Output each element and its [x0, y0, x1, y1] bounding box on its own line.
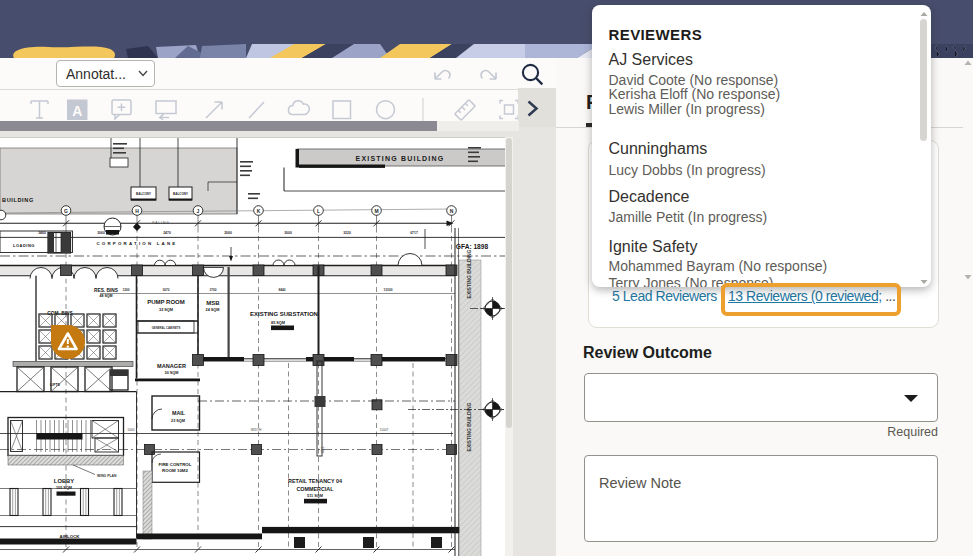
svg-text:BALCONY: BALCONY [173, 192, 188, 196]
svg-text:K: K [257, 208, 261, 214]
svg-text:GFA: 1898: GFA: 1898 [456, 243, 489, 250]
svg-text:J: J [197, 208, 200, 214]
svg-text:COMMERCIAL: COMMERCIAL [296, 486, 334, 492]
svg-text:105 SQM: 105 SQM [56, 486, 72, 490]
svg-text:EXISTING BUILDING: EXISTING BUILDING [466, 249, 472, 298]
svg-text:AIRLOCK: AIRLOCK [59, 534, 80, 539]
svg-text:MSB: MSB [206, 300, 220, 306]
svg-text:11007: 11007 [380, 428, 389, 432]
svg-text:4505: 4505 [321, 446, 325, 453]
svg-text:3670: 3670 [162, 288, 169, 292]
svg-text:RES. BINS: RES. BINS [94, 288, 119, 293]
svg-text:LOADING: LOADING [13, 243, 35, 248]
svg-text:MAIL: MAIL [172, 410, 186, 416]
svg-text:CORPORATION LANE: CORPORATION LANE [97, 241, 178, 246]
svg-text:3000: 3000 [284, 231, 292, 235]
svg-text:5000: 5000 [127, 428, 134, 432]
svg-text:LIFTS: LIFTS [50, 383, 61, 387]
svg-text:MANAGER: MANAGER [157, 363, 186, 369]
svg-text:L: L [317, 208, 320, 214]
svg-text:N: N [450, 208, 454, 214]
svg-text:23 SQM: 23 SQM [171, 419, 185, 423]
svg-text:85 SQM: 85 SQM [271, 321, 285, 325]
svg-text:H: H [135, 208, 139, 214]
svg-text:EXISTING SUBSTATION: EXISTING SUBSTATION [250, 311, 318, 317]
svg-text:3700: 3700 [209, 288, 216, 292]
svg-text:3060: 3060 [97, 231, 105, 235]
svg-text:G: G [64, 208, 68, 214]
svg-text:BALCONY: BALCONY [136, 192, 151, 196]
svg-text:FIRE CONTROL: FIRE CONTROL [159, 462, 192, 467]
svg-text:M: M [374, 208, 378, 214]
svg-text:A: A [72, 103, 82, 119]
svg-text:GENERAL CABINETS: GENERAL CABINETS [152, 326, 181, 330]
svg-text:2000: 2000 [224, 231, 232, 235]
svg-text:1200: 1200 [122, 288, 129, 292]
svg-text:511 SQM: 511 SQM [307, 494, 323, 498]
svg-text:48 SQM: 48 SQM [99, 294, 112, 298]
svg-text:RETAIL TENANCY 04: RETAIL TENANCY 04 [288, 478, 342, 484]
svg-text:30 SQM: 30 SQM [165, 371, 179, 375]
svg-text:LOBBY: LOBBY [54, 478, 74, 484]
svg-text:EXISTING BUILDING: EXISTING BUILDING [356, 155, 445, 162]
svg-text:24 SQM: 24 SQM [206, 308, 220, 312]
svg-text:WING PLAN: WING PLAN [97, 474, 117, 478]
svg-text:PUMP ROOM: PUMP ROOM [147, 299, 185, 305]
svg-text:2470: 2470 [163, 231, 171, 235]
svg-text:13300: 13300 [384, 288, 393, 292]
svg-text:WIDTH: WIDTH [251, 428, 262, 432]
svg-text:8440: 8440 [278, 288, 285, 292]
svg-text:6717: 6717 [410, 231, 418, 235]
svg-text:32 SQM: 32 SQM [159, 308, 173, 312]
svg-text:ROOM 10M2: ROOM 10M2 [162, 468, 188, 473]
svg-text:BUILDING: BUILDING [2, 197, 34, 203]
svg-text:3220: 3220 [343, 231, 351, 235]
